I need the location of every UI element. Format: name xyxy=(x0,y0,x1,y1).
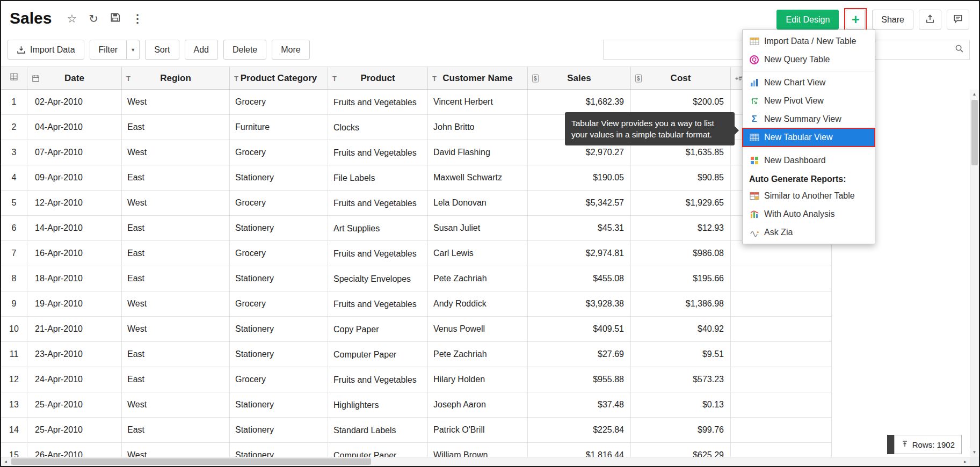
cell-date[interactable]: 16-Apr-2010 xyxy=(27,241,122,266)
vertical-scrollbar[interactable]: ▲ ▼ xyxy=(970,90,979,457)
select-all-header[interactable] xyxy=(1,67,27,89)
sort-button[interactable]: Sort xyxy=(145,40,179,60)
cell-product[interactable]: Fruits and Vegetables xyxy=(328,241,428,266)
cell-empty[interactable] xyxy=(731,266,832,291)
cell-product[interactable]: File Labels xyxy=(328,165,428,191)
cell-empty[interactable] xyxy=(731,317,832,342)
import-data-button[interactable]: Import Data xyxy=(8,40,84,60)
cell-category[interactable]: Grocery xyxy=(230,367,328,392)
more-options-icon[interactable]: ⋮ xyxy=(132,13,143,24)
cell-region[interactable]: East xyxy=(122,367,230,392)
cell-date[interactable]: 14-Apr-2010 xyxy=(27,216,122,241)
cell-date[interactable]: 02-Apr-2010 xyxy=(27,90,122,115)
cell-product[interactable]: Copy Paper xyxy=(328,317,428,342)
row-number[interactable]: 4 xyxy=(1,165,27,191)
cell-customer[interactable]: Hilary Holden xyxy=(428,367,528,392)
filter-button[interactable]: Filter xyxy=(90,40,127,60)
cell-cost[interactable]: $195.66 xyxy=(631,266,731,291)
cell-cost[interactable]: $0.13 xyxy=(631,392,731,418)
refresh-icon[interactable]: ↻ xyxy=(89,13,98,24)
column-header-cost[interactable]: $ Cost xyxy=(631,67,731,89)
cell-customer[interactable]: Pete Zachriah xyxy=(428,266,528,291)
column-header-customer-name[interactable]: T Customer Name xyxy=(428,67,528,89)
cell-empty[interactable] xyxy=(731,291,832,317)
cell-cost[interactable]: $1,929.65 xyxy=(631,191,731,216)
delete-button[interactable]: Delete xyxy=(223,40,266,60)
cell-date[interactable]: 25-Apr-2010 xyxy=(27,392,122,418)
horizontal-scrollbar[interactable]: ◄ ► xyxy=(1,457,970,466)
search-icon[interactable] xyxy=(955,44,964,55)
cell-customer[interactable]: David Flashing xyxy=(428,140,528,165)
column-header-date[interactable]: Date xyxy=(27,67,122,89)
cell-category[interactable]: Grocery xyxy=(230,191,328,216)
scroll-up-button[interactable]: ▲ xyxy=(970,90,979,99)
cell-date[interactable]: 23-Apr-2010 xyxy=(27,342,122,367)
cell-product[interactable]: Computer Paper xyxy=(328,342,428,367)
cell-sales[interactable]: $5,342.57 xyxy=(528,191,631,216)
cell-product[interactable]: Highlighters xyxy=(328,392,428,418)
row-number[interactable]: 2 xyxy=(1,115,27,140)
share-button[interactable]: Share xyxy=(872,10,913,30)
edit-design-button[interactable]: Edit Design xyxy=(776,10,839,30)
cell-sales[interactable]: $27.69 xyxy=(528,342,631,367)
cell-region[interactable]: West xyxy=(122,140,230,165)
cell-customer[interactable]: Carl Lewis xyxy=(428,241,528,266)
cell-region[interactable]: East xyxy=(122,266,230,291)
row-number[interactable]: 13 xyxy=(1,392,27,418)
cell-region[interactable]: West xyxy=(122,392,230,418)
cell-date[interactable]: 21-Apr-2010 xyxy=(27,317,122,342)
cell-region[interactable]: East xyxy=(122,115,230,140)
cell-cost[interactable]: $12.93 xyxy=(631,216,731,241)
column-header-product-category[interactable]: T Product Category xyxy=(230,67,328,89)
cell-category[interactable]: Stationery xyxy=(230,266,328,291)
cell-region[interactable]: West xyxy=(122,291,230,317)
cell-empty[interactable] xyxy=(731,241,832,266)
cell-cost[interactable]: $90.85 xyxy=(631,165,731,191)
horizontal-scrollbar-thumb[interactable] xyxy=(11,458,371,465)
create-new-plus-button[interactable]: + xyxy=(846,10,865,30)
cell-customer[interactable]: Pete Zachriah xyxy=(428,342,528,367)
cell-sales[interactable]: $3,928.38 xyxy=(528,291,631,317)
cell-product[interactable]: Standard Labels xyxy=(328,418,428,443)
cell-category[interactable]: Stationery xyxy=(230,392,328,418)
cell-category[interactable]: Stationery xyxy=(230,418,328,443)
cell-customer[interactable]: Patrick O'Brill xyxy=(428,418,528,443)
cell-region[interactable]: West xyxy=(122,317,230,342)
cell-customer[interactable]: Venus Powell xyxy=(428,317,528,342)
cell-region[interactable]: East xyxy=(122,418,230,443)
cell-date[interactable]: 24-Apr-2010 xyxy=(27,367,122,392)
scroll-right-button[interactable]: ► xyxy=(961,457,970,466)
menu-item-similar-to-another-table[interactable]: Similar to Another Table xyxy=(743,187,875,205)
cell-region[interactable]: West xyxy=(122,90,230,115)
cell-product[interactable]: Fruits and Vegetables xyxy=(328,367,428,392)
menu-item-new-query-table[interactable]: Q New Query Table xyxy=(743,50,875,69)
cell-cost[interactable]: $99.76 xyxy=(631,418,731,443)
cell-date[interactable]: 12-Apr-2010 xyxy=(27,191,122,216)
column-header-product[interactable]: T Product xyxy=(328,67,428,89)
cell-cost[interactable]: $200.05 xyxy=(631,90,731,115)
cell-product[interactable]: Art Supplies xyxy=(328,216,428,241)
cell-customer[interactable]: Susan Juliet xyxy=(428,216,528,241)
menu-item-with-auto-analysis[interactable]: With Auto Analysis xyxy=(743,205,875,223)
cell-category[interactable]: Stationery xyxy=(230,216,328,241)
row-number[interactable]: 9 xyxy=(1,291,27,317)
cell-category[interactable]: Grocery xyxy=(230,90,328,115)
cell-customer[interactable]: Andy Roddick xyxy=(428,291,528,317)
menu-item-new-summary-view[interactable]: Σ New Summary View xyxy=(743,110,875,128)
row-number[interactable]: 10 xyxy=(1,317,27,342)
row-number[interactable]: 5 xyxy=(1,191,27,216)
cell-product[interactable]: Fruits and Vegetables xyxy=(328,90,428,115)
export-button[interactable] xyxy=(919,10,941,30)
row-number[interactable]: 7 xyxy=(1,241,27,266)
cell-date[interactable]: 18-Apr-2010 xyxy=(27,266,122,291)
vertical-scrollbar-thumb[interactable] xyxy=(971,100,978,165)
cell-empty[interactable] xyxy=(731,392,832,418)
menu-item-new-tabular-view[interactable]: New Tabular View xyxy=(743,128,875,147)
cell-region[interactable]: West xyxy=(122,191,230,216)
save-icon[interactable] xyxy=(110,12,120,24)
cell-empty[interactable] xyxy=(731,367,832,392)
cell-sales[interactable]: $409.51 xyxy=(528,317,631,342)
cell-sales[interactable]: $37.48 xyxy=(528,392,631,418)
cell-sales[interactable]: $955.88 xyxy=(528,367,631,392)
cell-product[interactable]: Fruits and Vegetables xyxy=(328,191,428,216)
